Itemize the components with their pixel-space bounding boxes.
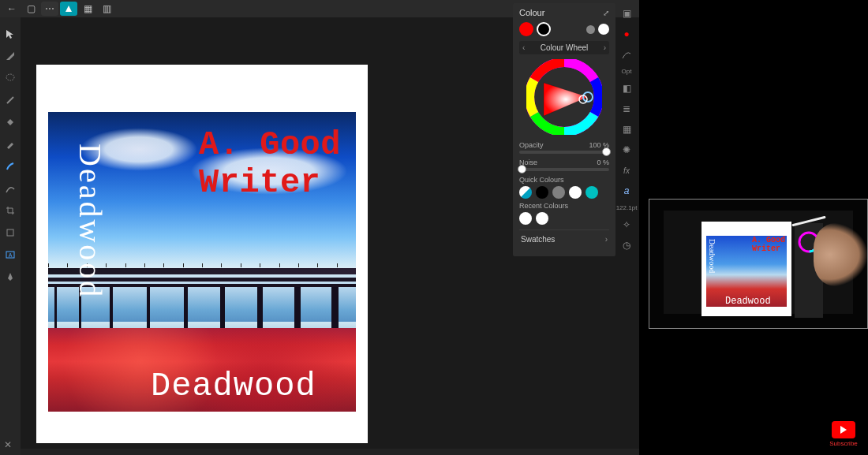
quick-colours-label: Quick Colours — [519, 176, 609, 184]
app-icon[interactable] — [60, 2, 77, 16]
fx-icon[interactable]: fx — [619, 163, 634, 177]
paint-tool[interactable] — [3, 159, 17, 173]
opacity-slider[interactable] — [519, 151, 609, 154]
app-window: ← ▢ ⋯ ▦ ▥ A ✕ — [0, 0, 639, 455]
svg-text:A: A — [9, 252, 13, 258]
title-text-horizontal[interactable]: Deadwood — [151, 367, 316, 405]
document-button[interactable]: ▢ — [22, 2, 39, 16]
preview-author-text: A. Good Writer — [752, 236, 785, 253]
recent-colour-chip[interactable] — [536, 212, 548, 225]
move-tool[interactable] — [3, 27, 17, 41]
right-toolstrip: ▣ ● Opt ◧ ≣ ▦ ✺ fx a 122.1pt ✧ ◷ — [617, 3, 636, 252]
youtube-icon — [832, 421, 855, 438]
back-button[interactable]: ← — [3, 2, 21, 16]
opacity-label: Opacity — [519, 141, 544, 149]
crop-tool[interactable] — [3, 203, 17, 218]
svg-point-0 — [6, 74, 14, 80]
secondary-colour-swatch[interactable] — [537, 22, 551, 36]
noise-slider[interactable] — [519, 168, 609, 171]
quick-colours-row — [519, 186, 609, 199]
history-icon[interactable]: ◷ — [619, 238, 634, 252]
fill-tool[interactable] — [3, 115, 17, 129]
webcam-preview: A. Good Writer Deadwood Deadwood — [649, 199, 868, 329]
eyedropper-tool[interactable] — [3, 137, 17, 151]
opt-label: Opt — [622, 68, 632, 75]
left-toolbar: A — [0, 17, 21, 455]
artboard[interactable]: A. Good Writer Deadwood Deadwood — [36, 65, 368, 443]
layers-icon[interactable]: ◧ — [619, 81, 634, 95]
hand — [814, 223, 867, 286]
brush-icon[interactable] — [619, 47, 634, 62]
brush-tool[interactable] — [3, 93, 17, 107]
text-style-icon[interactable]: a — [619, 184, 634, 198]
colour-panel: Colour ⤢ ‹ Colour Wheel › — [513, 3, 615, 256]
grid-button[interactable]: ▦ — [79, 2, 96, 16]
subscribe-button[interactable]: Subscribe — [827, 421, 860, 447]
colour-mode-label: Colour Wheel — [541, 43, 589, 52]
chevron-right-icon[interactable]: › — [604, 43, 606, 52]
text-tool[interactable]: A — [3, 248, 17, 262]
svg-rect-1 — [7, 229, 13, 236]
colour-wheel[interactable] — [526, 59, 602, 135]
panel-expand-icon[interactable]: ⤢ — [603, 9, 609, 17]
recent-colours-row — [519, 212, 609, 225]
grid-icon[interactable]: ▦ — [619, 122, 634, 136]
subscribe-label: Subscribe — [827, 440, 860, 447]
bottom-bar — [21, 449, 639, 455]
fullscreen-icon[interactable]: ▣ — [619, 6, 634, 21]
quick-colour-chip[interactable] — [569, 186, 582, 199]
close-panel-icon[interactable]: ✕ — [4, 439, 12, 450]
title-text-vertical[interactable]: Deadwood — [72, 144, 109, 299]
eyedropper-icon[interactable] — [586, 25, 595, 34]
panel-title: Colour — [519, 8, 544, 17]
adjust-icon[interactable]: ✺ — [619, 143, 634, 157]
preview-title-vertical: Deadwood — [708, 239, 716, 273]
quick-colour-chip[interactable] — [536, 186, 548, 199]
quick-colour-chip[interactable] — [552, 186, 565, 199]
node-tool[interactable] — [3, 49, 17, 63]
canvas-area[interactable]: A. Good Writer Deadwood Deadwood — [21, 17, 513, 455]
quick-colour-chip[interactable] — [586, 186, 598, 199]
pen-tool[interactable] — [3, 270, 17, 284]
transform-icon[interactable]: ✧ — [619, 218, 634, 232]
vector-brush-tool[interactable] — [3, 181, 17, 196]
swatches-label: Swatches — [521, 235, 555, 244]
preview-title-horizontal: Deadwood — [725, 296, 771, 307]
split-button[interactable]: ▥ — [98, 2, 115, 16]
current-colour-icon[interactable]: ● — [619, 27, 634, 41]
swatches-row[interactable]: Swatches › — [519, 229, 609, 248]
reset-colour-icon[interactable] — [598, 24, 609, 35]
chevron-right-icon: › — [605, 235, 608, 244]
quick-colour-chip[interactable] — [519, 186, 532, 199]
author-text[interactable]: A. Good Writer — [199, 126, 341, 203]
colour-mode-selector[interactable]: ‹ Colour Wheel › — [519, 41, 609, 54]
primary-colour-swatch[interactable] — [519, 22, 533, 36]
chevron-left-icon[interactable]: ‹ — [522, 43, 525, 52]
recent-colour-chip[interactable] — [519, 212, 532, 225]
noise-value: 0 % — [597, 159, 609, 166]
shape-tool[interactable] — [3, 226, 17, 240]
svg-marker-5 — [544, 83, 588, 116]
font-size-label: 122.1pt — [616, 204, 638, 211]
recent-colours-label: Recent Colours — [519, 202, 609, 210]
stack-icon[interactable]: ≣ — [619, 102, 634, 116]
more-button[interactable]: ⋯ — [41, 2, 58, 16]
lasso-tool[interactable] — [3, 71, 17, 85]
